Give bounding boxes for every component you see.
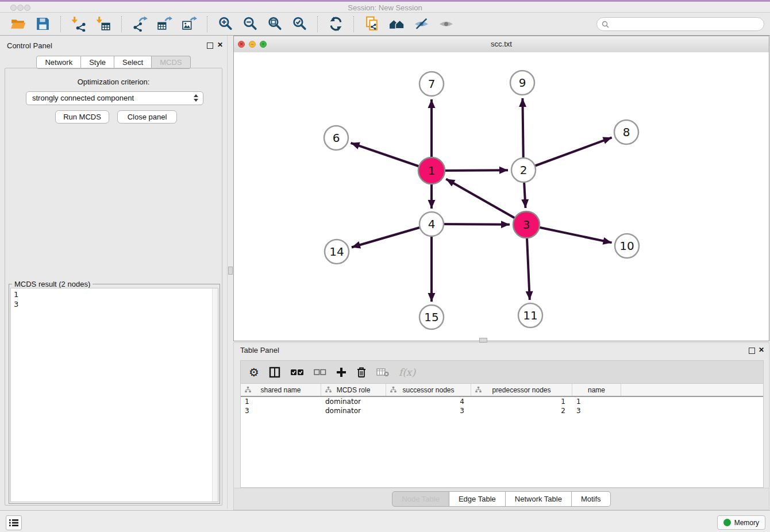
cell-shared-name[interactable]: 1 — [241, 398, 321, 406]
control-panel: Control Panel ✕ NetworkStyleSelectMCDS O… — [0, 36, 228, 509]
close-table-panel-icon[interactable]: ✕ — [759, 346, 764, 354]
criterion-dropdown[interactable]: strongly connected component — [26, 91, 203, 105]
column-header-successor-nodes[interactable]: successor nodes — [386, 384, 471, 396]
zoom-selected-icon[interactable] — [292, 16, 307, 32]
cell-predecessor-nodes[interactable]: 2 — [471, 407, 572, 415]
tab-select[interactable]: Select — [114, 56, 152, 69]
delete-columns-icon[interactable] — [356, 367, 367, 378]
table-tabs-strip: Node TableEdge TableNetwork TableMotifs — [234, 488, 769, 510]
cell-mcds-role[interactable]: dominator — [321, 407, 386, 415]
cell-successor-nodes[interactable]: 4 — [386, 398, 471, 406]
show-all-icon[interactable] — [438, 16, 454, 32]
toolbar-separator — [121, 16, 122, 32]
zoom-fit-icon[interactable] — [267, 16, 283, 32]
network-view-title: scc.txt — [234, 40, 769, 48]
close-panel-button[interactable]: Close panel — [117, 110, 177, 124]
svg-text:11: 11 — [523, 309, 537, 322]
graph-node-11[interactable]: 11 — [518, 303, 542, 327]
table-settings-gear-icon[interactable]: ⚙ — [249, 367, 259, 378]
vertical-splitter-handle[interactable] — [228, 267, 233, 275]
tab-node-table[interactable]: Node Table — [392, 491, 449, 507]
network-window-titlebar: ✕ − + scc.txt — [234, 36, 769, 53]
search-field[interactable] — [596, 17, 764, 31]
float-panel-icon[interactable] — [207, 43, 213, 49]
graph-node-4[interactable]: 4 — [419, 212, 444, 236]
result-scrollbar[interactable] — [212, 288, 218, 502]
graph-node-6[interactable]: 6 — [324, 126, 348, 150]
graph-edge-2-8[interactable] — [523, 137, 612, 170]
memory-label: Memory — [734, 519, 759, 527]
dropdown-stepper-icon — [194, 94, 198, 102]
svg-text:4: 4 — [428, 217, 436, 231]
table-row[interactable]: 3dominator323 — [241, 406, 763, 415]
criterion-value: strongly connected component — [32, 94, 134, 102]
mcds-result-title: MCDS result (2 nodes) — [12, 280, 93, 288]
control-tabs: NetworkStyleSelectMCDS — [0, 56, 227, 69]
graph-node-10[interactable]: 10 — [615, 234, 639, 258]
add-column-icon[interactable] — [336, 367, 346, 377]
export-image-icon[interactable] — [182, 16, 197, 32]
search-input[interactable] — [612, 18, 759, 31]
control-panel-title: Control Panel — [7, 41, 52, 50]
svg-text:1: 1 — [428, 164, 436, 178]
graph-node-3[interactable]: 3 — [513, 211, 540, 238]
cell-mcds-role[interactable]: dominator — [321, 398, 386, 406]
task-history-button[interactable] — [6, 515, 22, 530]
import-network-icon[interactable] — [71, 16, 87, 32]
delete-table-icon — [376, 368, 389, 377]
table-row[interactable]: 1dominator411 — [241, 397, 763, 406]
run-mcds-button[interactable]: Run MCDS — [55, 110, 109, 124]
graph-node-9[interactable]: 9 — [510, 71, 534, 95]
graph-node-7[interactable]: 7 — [419, 72, 444, 96]
svg-text:7: 7 — [428, 77, 436, 91]
horizontal-splitter-handle[interactable] — [479, 338, 487, 342]
cell-predecessor-nodes[interactable]: 1 — [471, 398, 572, 406]
column-header-predecessor-nodes[interactable]: predecessor nodes — [471, 384, 572, 396]
tab-mcds[interactable]: MCDS — [152, 56, 190, 69]
export-network-icon[interactable] — [132, 16, 148, 32]
column-type-icon — [390, 387, 396, 393]
function-builder-icon: f(x) — [399, 367, 415, 378]
mcds-result-box: MCDS result (2 nodes) 13 — [9, 284, 220, 504]
graph-node-14[interactable]: 14 — [325, 240, 349, 264]
hide-selected-icon[interactable] — [414, 16, 429, 32]
graph-node-1[interactable]: 1 — [418, 157, 445, 184]
tab-edge-table[interactable]: Edge Table — [449, 491, 506, 507]
zoom-in-icon[interactable] — [218, 16, 233, 32]
first-neighbors-icon[interactable] — [389, 16, 405, 32]
memory-button[interactable]: Memory — [717, 515, 765, 530]
network-canvas[interactable]: 7968124314101511 — [234, 52, 769, 341]
cell-name[interactable]: 3 — [572, 407, 621, 415]
svg-text:9: 9 — [519, 76, 526, 90]
search-icon — [602, 21, 609, 28]
cell-name[interactable]: 1 — [572, 398, 621, 406]
column-header-name[interactable]: name — [572, 384, 621, 396]
svg-text:15: 15 — [424, 310, 438, 324]
tab-style[interactable]: Style — [81, 56, 114, 69]
mcds-result-area[interactable]: 13 — [10, 288, 218, 502]
column-header-mcds-role[interactable]: MCDS role — [321, 384, 386, 396]
column-type-icon — [245, 387, 251, 393]
export-table-icon[interactable] — [157, 16, 172, 32]
import-table-icon[interactable] — [96, 16, 111, 32]
tab-network-table[interactable]: Network Table — [506, 491, 572, 507]
column-header-shared-name[interactable]: shared name — [241, 384, 321, 396]
graph-node-15[interactable]: 15 — [419, 305, 444, 329]
toggle-panes-icon[interactable] — [269, 367, 280, 378]
select-all-columns-icon[interactable] — [290, 368, 304, 377]
tab-motifs[interactable]: Motifs — [572, 491, 611, 507]
float-table-panel-icon[interactable] — [749, 348, 755, 354]
cell-shared-name[interactable]: 3 — [241, 407, 321, 415]
refresh-layout-icon[interactable] — [328, 16, 344, 32]
close-panel-icon[interactable]: ✕ — [217, 41, 223, 49]
save-session-icon[interactable] — [35, 16, 51, 32]
column-type-icon — [325, 387, 332, 393]
open-session-icon[interactable] — [10, 16, 26, 32]
zoom-out-icon[interactable] — [242, 16, 258, 32]
graph-node-8[interactable]: 8 — [614, 120, 638, 144]
unselect-all-columns-icon[interactable] — [314, 368, 326, 376]
cell-successor-nodes[interactable]: 3 — [386, 407, 471, 415]
new-network-from-selection-icon[interactable] — [364, 16, 380, 32]
graph-node-2[interactable]: 2 — [511, 158, 536, 182]
tab-network[interactable]: Network — [36, 56, 81, 69]
